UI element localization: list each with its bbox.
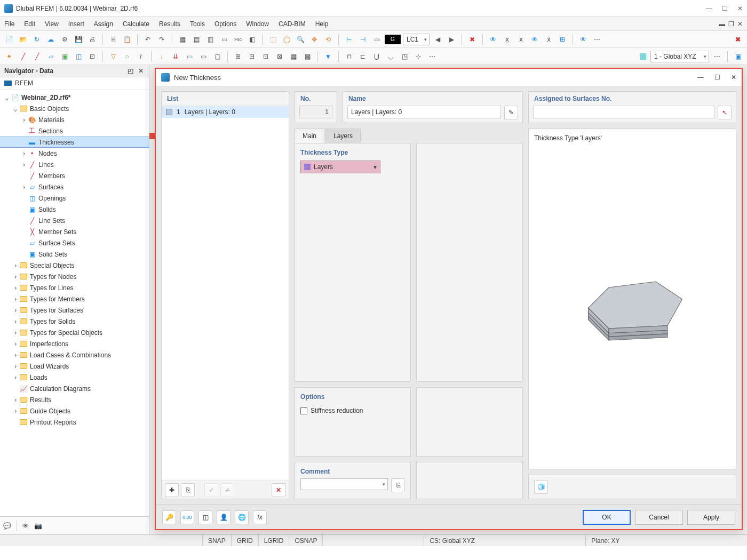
- view4-icon[interactable]: 👁: [529, 34, 541, 45]
- grid-icon[interactable]: ⊞: [557, 34, 568, 45]
- redo-icon[interactable]: ↷: [156, 34, 168, 45]
- tree-solids[interactable]: ▣Solids: [0, 204, 149, 215]
- tree-surface-sets[interactable]: ▱Surface Sets: [0, 237, 149, 249]
- dialog-minimize-button[interactable]: —: [697, 74, 704, 81]
- menu-edit[interactable]: Edit: [24, 20, 35, 28]
- dim3-icon[interactable]: ▭: [371, 34, 383, 45]
- set-icon[interactable]: ⊡: [86, 51, 98, 62]
- close-button[interactable]: ✕: [737, 5, 743, 12]
- comment-dropdown[interactable]: [300, 478, 388, 490]
- tree-types-nodes[interactable]: ›Types for Nodes: [0, 271, 149, 282]
- eye2-icon[interactable]: 👁: [577, 34, 589, 45]
- more3-icon[interactable]: ⋯: [711, 51, 723, 62]
- cloud-icon[interactable]: ☁: [45, 34, 57, 45]
- open-icon[interactable]: 📂: [17, 34, 29, 45]
- load5-icon[interactable]: ▢: [211, 51, 223, 62]
- camera-icon[interactable]: 📷: [34, 522, 42, 530]
- undock-icon[interactable]: ◰: [126, 67, 134, 75]
- mesh5-icon[interactable]: ▦: [288, 51, 299, 62]
- copy-item-button[interactable]: ⎘: [181, 483, 195, 497]
- save-icon[interactable]: 💾: [73, 34, 84, 45]
- table2-icon[interactable]: ▤: [190, 34, 202, 45]
- tree-surfaces[interactable]: ›▱Surfaces: [0, 181, 149, 193]
- stiffness-checkbox[interactable]: Stiffness reduction: [300, 407, 363, 414]
- prev-lc-icon[interactable]: ◀: [432, 34, 443, 45]
- undo-icon[interactable]: ↶: [142, 34, 154, 45]
- menu-assign[interactable]: Assign: [94, 20, 113, 28]
- mesh6-icon[interactable]: ▩: [301, 51, 313, 62]
- table1-icon[interactable]: ▦: [177, 34, 188, 45]
- more2-icon[interactable]: ⋯: [426, 51, 438, 62]
- fx-button[interactable]: fx: [253, 510, 267, 524]
- menu-file[interactable]: File: [4, 20, 14, 28]
- help-button[interactable]: 🔑: [162, 510, 176, 524]
- no-field[interactable]: 1: [299, 106, 332, 118]
- zoom-icon[interactable]: 🔍: [295, 34, 306, 45]
- delete-icon[interactable]: ✖: [732, 34, 744, 45]
- copy-icon[interactable]: ⎘: [107, 34, 119, 45]
- select-icon[interactable]: ⬚: [267, 34, 279, 45]
- list-item[interactable]: 1 Layers | Layers: 0: [162, 106, 289, 118]
- status-grid[interactable]: GRID: [232, 535, 259, 546]
- hinge-icon[interactable]: ○: [121, 51, 133, 62]
- load2-icon[interactable]: ⇊: [170, 51, 181, 62]
- new-icon[interactable]: 📄: [3, 34, 15, 45]
- pan-icon[interactable]: ✥: [308, 34, 320, 45]
- menu-view[interactable]: View: [45, 20, 59, 28]
- new-item-button[interactable]: ✚: [165, 483, 179, 497]
- view1-icon[interactable]: 👁: [487, 34, 499, 45]
- load3-icon[interactable]: ▭: [184, 51, 195, 62]
- filter-icon[interactable]: ✖: [466, 34, 478, 45]
- uncheck-button[interactable]: ✓̶: [220, 483, 234, 497]
- tree-results[interactable]: ›Results: [0, 394, 149, 405]
- render-icon[interactable]: ▣: [732, 51, 744, 62]
- load4-icon[interactable]: ▭: [197, 51, 209, 62]
- beam3-icon[interactable]: ⋃: [371, 51, 383, 62]
- close-panel-icon[interactable]: ✕: [137, 67, 145, 75]
- tree-project[interactable]: ⌄📄Webinar_2D.rf6*: [0, 92, 149, 103]
- next-lc-icon[interactable]: ▶: [446, 34, 457, 45]
- export-button[interactable]: 🌐: [235, 510, 249, 524]
- node-icon[interactable]: ✦: [3, 51, 15, 62]
- tree-print-reports[interactable]: Printout Reports: [0, 417, 149, 428]
- loadcase-dropdown[interactable]: LC1: [403, 34, 430, 45]
- comment-button[interactable]: ⎘: [391, 478, 405, 492]
- tree-types-lines[interactable]: ›Types for Lines: [0, 282, 149, 293]
- pick-surface-button[interactable]: ↖: [718, 106, 732, 119]
- view5-icon[interactable]: ẍ: [543, 34, 554, 45]
- table3-icon[interactable]: ▥: [204, 34, 216, 45]
- lasso-icon[interactable]: ◯: [281, 34, 292, 45]
- menu-tools[interactable]: Tools: [190, 20, 205, 28]
- tree-special-objects[interactable]: ›Special Objects: [0, 260, 149, 271]
- mdi-minimize-icon[interactable]: ▬: [719, 20, 725, 28]
- minimize-button[interactable]: —: [706, 5, 712, 12]
- preview-settings-button[interactable]: 🧊: [534, 480, 548, 494]
- eye-icon[interactable]: 👁: [22, 522, 29, 530]
- tree-openings[interactable]: ◫Openings: [0, 193, 149, 204]
- thickness-type-dropdown[interactable]: Layers: [300, 161, 380, 173]
- tree-loads[interactable]: ›Loads: [0, 372, 149, 383]
- mdi-close-icon[interactable]: ✕: [737, 20, 743, 28]
- tree-types-special[interactable]: ›Types for Special Objects: [0, 327, 149, 338]
- tree-line-sets[interactable]: ╱Line Sets: [0, 215, 149, 226]
- line-icon[interactable]: ╱: [17, 51, 29, 62]
- cancel-button[interactable]: Cancel: [635, 510, 683, 525]
- beam2-icon[interactable]: ⊏: [357, 51, 369, 62]
- rotate-icon[interactable]: ⟲: [322, 34, 334, 45]
- tab-main[interactable]: Main: [295, 129, 324, 143]
- assigned-field[interactable]: [533, 106, 714, 118]
- menu-calculate[interactable]: Calculate: [123, 20, 149, 28]
- sc-icon[interactable]: >sc: [232, 34, 244, 45]
- solid-icon[interactable]: ▣: [59, 51, 70, 62]
- tree-imperfections[interactable]: ›Imperfections: [0, 338, 149, 349]
- view3-icon[interactable]: ẋ: [515, 34, 527, 45]
- mdi-restore-icon[interactable]: ❐: [728, 20, 734, 28]
- check-button[interactable]: ✓: [204, 483, 218, 497]
- tree-solid-sets[interactable]: ▣Solid Sets: [0, 249, 149, 260]
- member-icon[interactable]: ╱: [31, 51, 43, 62]
- paste-icon[interactable]: 📋: [121, 34, 133, 45]
- refresh-icon[interactable]: ↻: [31, 34, 43, 45]
- status-osnap[interactable]: OSNAP: [289, 535, 323, 546]
- assign-button[interactable]: 👤: [217, 510, 231, 524]
- tree-thicknesses[interactable]: ▬Thicknesses: [0, 137, 149, 148]
